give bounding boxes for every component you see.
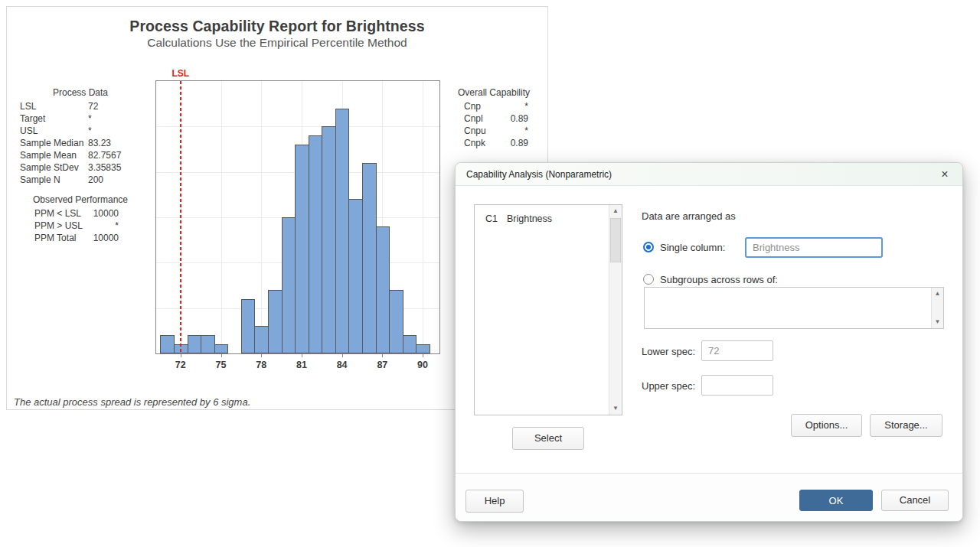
overall-capability-panel: Overall Capability Cnp*Cnpl0.89Cnpu*Cnpk… [456,86,531,149]
ok-button[interactable]: OK [799,490,873,511]
lsl-label: LSL [172,68,189,79]
histogram-bar [295,145,309,353]
process-data-panel: Process Data LSL72Target*USL*Sample Medi… [20,86,141,186]
histogram-plot: LSL 72757881848790 [155,80,440,354]
stat-row: PPM Total10000 [23,232,138,244]
x-axis-tick [302,354,302,357]
stat-row: Target* [20,112,141,125]
subgroups-scrollbar[interactable]: ▲ ▼ [931,288,943,328]
stat-row: Sample Median83.23 [20,137,141,149]
stat-row: LSL72 [20,100,141,112]
x-tick-label: 81 [296,360,307,370]
x-tick-label: 87 [377,360,387,370]
dialog-titlebar[interactable]: Capability Analysis (Nonparametric) × [456,163,962,186]
stat-row: USL* [20,125,141,137]
single-column-input[interactable] [745,237,883,258]
x-tick-label: 75 [216,360,227,370]
upper-spec-input[interactable] [701,375,773,396]
histogram-bar [348,199,363,353]
overall-capability-header: Overall Capability [456,86,531,100]
histogram-bar [335,109,350,353]
x-axis-tick [221,354,222,357]
stat-row: Cnpu* [456,125,531,137]
stat-row: Sample StDev3.35835 [20,161,141,174]
histogram-bar [389,290,403,353]
columns-listbox[interactable]: C1Brightness ▲ ▼ [474,204,622,415]
histogram-bar [160,335,175,353]
x-tick-label: 78 [256,360,266,370]
histogram-bar [376,226,390,353]
histogram-bar [282,217,296,353]
chart-footnote: The actual process spread is represented… [14,396,250,408]
gridline-vertical [261,81,262,353]
subgroups-textarea[interactable]: ▲ ▼ [644,287,944,329]
observed-performance-rows: PPM < LSL10000PPM > USL*PPM Total10000 [23,207,138,244]
stat-row: PPM > USL* [23,220,138,232]
select-button[interactable]: Select [512,427,584,450]
x-axis-tick [261,354,262,357]
scroll-down-icon[interactable]: ▼ [932,316,943,328]
x-axis-tick [181,354,181,357]
storage-button[interactable]: Storage... [870,414,942,437]
stat-row: PPM < LSL10000 [23,207,138,220]
histogram-bar [214,344,229,353]
x-axis-tick [342,354,343,357]
gridline-horizontal [156,126,439,127]
process-data-rows: LSL72Target*USL*Sample Median83.23Sample… [20,100,141,186]
upper-spec-label: Upper spec: [642,380,695,392]
single-column-label: Single column: [660,242,725,253]
subgroups-radio[interactable] [643,274,654,285]
process-data-header: Process Data [20,86,141,100]
stat-row: Sample N200 [20,174,141,186]
list-item[interactable]: C1Brightness [485,213,552,224]
stat-row: Cnpk0.89 [456,137,531,149]
overall-capability-rows: Cnp*Cnpl0.89Cnpu*Cnpk0.89 [456,100,531,149]
stat-row: Sample Mean82.7567 [20,149,141,161]
cancel-button[interactable]: Cancel [881,490,949,511]
help-button[interactable]: Help [466,490,524,513]
histogram-bar [403,335,417,353]
subgroups-radio-row[interactable]: Subgroups across rows of: [643,270,778,288]
data-arranged-label: Data are arranged as [642,210,736,222]
histogram-bar [188,335,202,353]
x-axis-tick [382,354,383,357]
scroll-up-icon[interactable]: ▲ [609,205,622,217]
chart-title: Process Capability Report for Brightness [7,18,547,35]
scroll-down-icon[interactable]: ▼ [609,402,622,415]
observed-performance-panel: Observed Performance PPM < LSL10000PPM >… [23,194,138,244]
lower-spec-label: Lower spec: [642,346,695,357]
lsl-line [180,81,181,353]
gridline-vertical [221,81,222,353]
single-column-radio-row[interactable]: Single column: [643,236,725,258]
observed-performance-header: Observed Performance [23,194,138,207]
histogram-bar [241,299,256,353]
scroll-up-icon[interactable]: ▲ [932,288,943,300]
histogram-bar [322,126,336,353]
options-button[interactable]: Options... [791,414,862,437]
capability-analysis-dialog: Capability Analysis (Nonparametric) × C1… [455,162,963,522]
dialog-title: Capability Analysis (Nonparametric) [466,163,612,186]
histogram-bar [201,335,215,353]
chart-subtitle: Calculations Use the Empirical Percentil… [7,36,547,50]
histogram-bar [254,326,269,353]
single-column-radio[interactable] [643,242,654,252]
subgroups-label: Subgroups across rows of: [660,274,778,285]
histogram-bar [309,135,323,353]
column-name: Brightness [507,213,552,224]
stat-row: Cnp* [456,100,531,112]
column-id: C1 [485,213,498,224]
gridline-vertical [423,81,423,353]
footer-divider [456,473,962,474]
histogram-bar [362,163,377,353]
listbox-scrollbar[interactable]: ▲ ▼ [609,205,622,415]
stat-row: Cnpl0.89 [456,112,531,125]
x-tick-label: 72 [175,360,186,370]
scrollbar-thumb[interactable] [610,218,621,262]
lower-spec-input[interactable] [701,340,773,361]
close-icon[interactable]: × [933,163,956,186]
x-tick-label: 90 [417,360,428,370]
x-tick-label: 84 [337,360,348,370]
histogram-bar [416,344,430,353]
x-axis-tick [423,354,423,357]
histogram-bar [268,290,283,353]
